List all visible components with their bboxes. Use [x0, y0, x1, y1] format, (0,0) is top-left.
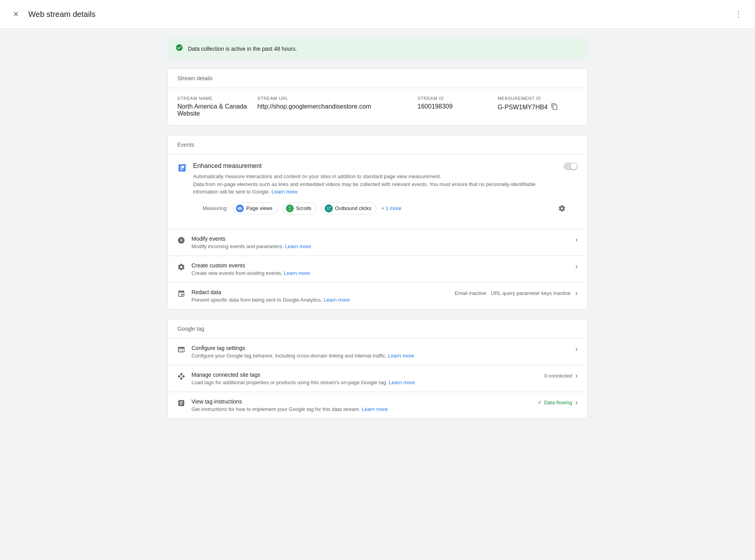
measuring-label: Measuring:	[203, 205, 228, 211]
url-query-inactive-badge: URL query parameter keys inactive	[491, 290, 571, 296]
stream-name-item: STREAM NAME North America & Canada Websi…	[177, 96, 258, 117]
stream-name-label: STREAM NAME	[177, 96, 248, 101]
redact-data-row[interactable]: Redact data Prevent specific data from b…	[168, 283, 587, 309]
redact-data-right: Email inactive URL query parameter keys …	[455, 289, 578, 297]
redact-data-chevron: ›	[575, 289, 578, 297]
create-custom-learn-more[interactable]: Learn more	[284, 270, 310, 276]
stream-details-grid: STREAM NAME North America & Canada Websi…	[168, 88, 587, 125]
main-content: Data collection is active in the past 48…	[161, 29, 594, 438]
enhanced-measurement-title: Enhanced measurement	[193, 162, 557, 169]
view-tag-instructions-title: View tag instructions	[192, 398, 531, 405]
redact-data-title: Redact data	[192, 289, 448, 295]
scrolls-icon	[286, 204, 294, 212]
enhanced-learn-more-link[interactable]: Learn more	[271, 189, 297, 195]
manage-tags-chevron: ›	[575, 372, 578, 380]
manage-tags-row[interactable]: Manage connected site tags Load tags for…	[168, 365, 587, 392]
page-views-label: Page views	[246, 205, 272, 211]
configure-tag-content: Configure tag settings Configure your Go…	[192, 345, 569, 359]
page-views-icon	[236, 204, 244, 212]
view-tag-learn-more[interactable]: Learn more	[362, 406, 388, 412]
manage-tags-desc: Load tags for additional properties or p…	[192, 379, 538, 385]
configure-tag-desc: Configure your Google tag behavior, incl…	[192, 353, 569, 359]
outbound-clicks-label: Outbound clicks	[335, 205, 372, 211]
enhanced-measurement-desc: Automatically measure interactions and c…	[193, 173, 557, 196]
outbound-clicks-icon	[325, 204, 333, 212]
scrolls-label: Scrolls	[296, 205, 311, 211]
redact-data-content: Redact data Prevent specific data from b…	[192, 289, 448, 303]
create-custom-events-desc: Create new events from existing events. …	[192, 270, 569, 276]
header-left: ✕ Web stream details	[9, 8, 96, 20]
enhanced-measurement-icon	[177, 163, 187, 175]
page-header: ✕ Web stream details ⋮	[0, 0, 755, 29]
configure-tag-right: ›	[575, 345, 578, 353]
view-tag-chevron: ›	[575, 398, 578, 407]
configure-tag-learn-more[interactable]: Learn more	[388, 353, 414, 359]
manage-tags-title: Manage connected site tags	[192, 372, 538, 378]
alert-banner: Data collection is active in the past 48…	[168, 38, 587, 59]
connected-count-badge: 0 connected	[544, 373, 572, 379]
stream-id-item: STREAM ID 1600198309	[418, 96, 498, 117]
measurement-id-label: MEASUREMENT ID	[497, 96, 568, 101]
more-options-button[interactable]: ⋮	[731, 6, 746, 22]
create-custom-events-content: Create custom events Create new events f…	[192, 262, 569, 276]
stream-details-title: Stream details	[168, 69, 587, 88]
check-circle-icon	[175, 44, 183, 53]
close-button[interactable]: ✕	[9, 8, 22, 20]
redact-data-learn-more[interactable]: Learn more	[324, 297, 350, 303]
more-chips-link[interactable]: + 1 more	[381, 205, 401, 211]
data-flowing-label: Data flowing	[544, 400, 572, 405]
manage-tags-right: 0 connected ›	[544, 372, 578, 380]
stream-url-item: STREAM URL http://shop.googlemerchandise…	[258, 96, 418, 117]
page-title: Web stream details	[28, 10, 96, 19]
manage-tags-learn-more[interactable]: Learn more	[389, 379, 415, 385]
modify-events-row[interactable]: Modify events Modify incoming events and…	[168, 229, 587, 256]
enhanced-header: Enhanced measurement Automatically measu…	[177, 162, 578, 196]
email-inactive-badge: Email inactive	[455, 290, 486, 296]
view-tag-instructions-row[interactable]: View tag instructions Get instructions f…	[168, 392, 587, 418]
configure-tag-row[interactable]: Configure tag settings Configure your Go…	[168, 339, 587, 365]
events-card: Events Enhanced measurement Automaticall…	[168, 135, 587, 309]
check-icon: ✓	[538, 399, 542, 405]
google-tag-title: Google tag	[168, 319, 587, 339]
configure-tag-icon	[177, 346, 185, 356]
modify-events-desc: Modify incoming events and parameters. L…	[192, 243, 569, 249]
modify-events-title: Modify events	[192, 236, 569, 242]
stream-name-value: North America & Canada Website	[177, 103, 248, 117]
create-custom-right: ›	[575, 262, 578, 271]
data-flowing-badge: ✓ Data flowing	[538, 399, 572, 405]
view-tag-instructions-right: ✓ Data flowing ›	[538, 398, 578, 407]
measurement-settings-button[interactable]	[556, 202, 568, 215]
alert-text: Data collection is active in the past 48…	[188, 46, 297, 52]
view-tag-instructions-content: View tag instructions Get instructions f…	[192, 398, 531, 412]
stream-details-card: Stream details STREAM NAME North America…	[168, 68, 587, 125]
page-views-chip[interactable]: Page views	[232, 203, 277, 214]
outbound-clicks-chip[interactable]: Outbound clicks	[321, 203, 377, 214]
modify-events-icon	[177, 236, 185, 246]
view-tag-instructions-desc: Get instructions for how to implement yo…	[192, 406, 531, 412]
create-custom-events-row[interactable]: Create custom events Create new events f…	[168, 256, 587, 283]
redact-data-icon	[177, 290, 185, 300]
create-custom-chevron: ›	[575, 262, 578, 271]
events-title: Events	[168, 135, 587, 155]
google-tag-card: Google tag Configure tag settings Config…	[168, 319, 587, 419]
scrolls-chip[interactable]: Scrolls	[282, 203, 317, 214]
copy-icon[interactable]	[551, 103, 558, 112]
toggle-container	[563, 162, 578, 170]
measurement-id-item: MEASUREMENT ID G-PSW1MY7HB4	[497, 96, 578, 117]
enhanced-content: Enhanced measurement Automatically measu…	[193, 162, 557, 196]
create-custom-events-title: Create custom events	[192, 262, 569, 269]
manage-tags-icon	[177, 372, 185, 382]
modify-events-chevron: ›	[575, 236, 578, 244]
stream-id-value: 1600198309	[418, 103, 488, 110]
create-custom-events-icon	[177, 263, 185, 273]
stream-url-label: STREAM URL	[258, 96, 408, 101]
enhanced-measurement-section: Enhanced measurement Automatically measu…	[168, 155, 587, 229]
enhanced-measurement-toggle[interactable]	[563, 162, 578, 170]
stream-id-label: STREAM ID	[418, 96, 488, 101]
configure-tag-settings-title: Configure tag settings	[192, 345, 569, 351]
redact-data-desc: Prevent specific data from being sent to…	[192, 297, 448, 303]
manage-tags-content: Manage connected site tags Load tags for…	[192, 372, 538, 385]
measurement-id-row: G-PSW1MY7HB4	[497, 103, 568, 112]
configure-tag-chevron: ›	[575, 345, 578, 353]
modify-events-learn-more[interactable]: Learn more	[285, 243, 311, 249]
